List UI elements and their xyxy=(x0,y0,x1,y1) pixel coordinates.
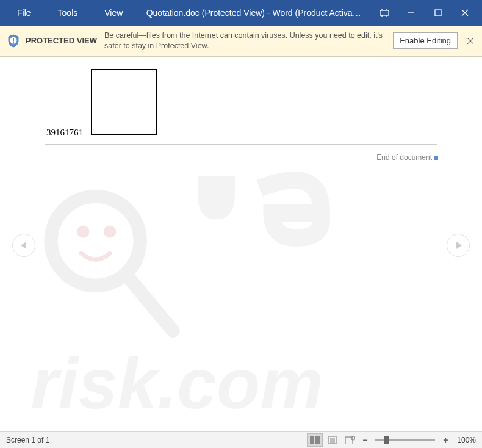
svg-point-16 xyxy=(77,225,89,237)
fullscreen-button[interactable] xyxy=(371,0,398,26)
window-title: Quotation.doc (Protected View) - Word (P… xyxy=(136,8,371,18)
svg-rect-10 xyxy=(13,38,14,41)
zoom-level[interactable]: 100% xyxy=(457,436,476,444)
image-placeholder[interactable] xyxy=(91,69,157,135)
web-layout-button[interactable] xyxy=(342,433,358,447)
screen-indicator[interactable]: Screen 1 of 1 xyxy=(6,436,307,444)
enable-editing-button[interactable]: Enable Editing xyxy=(393,32,458,49)
zoom-slider-thumb[interactable] xyxy=(384,436,389,444)
zoom-out-button[interactable]: − xyxy=(360,435,370,445)
banner-title: PROTECTED VIEW xyxy=(26,36,97,45)
next-page-button[interactable] xyxy=(447,234,470,257)
chevron-left-icon xyxy=(21,242,26,249)
print-layout-button[interactable] xyxy=(325,433,340,447)
banner-close-button[interactable] xyxy=(465,35,476,46)
title-bar: File Tools View Quotation.doc (Protected… xyxy=(0,0,482,26)
end-of-document-label: End of document xyxy=(376,153,432,162)
previous-page-button[interactable] xyxy=(12,234,35,257)
maximize-button[interactable] xyxy=(425,0,451,26)
zoom-slider[interactable] xyxy=(375,439,435,441)
svg-text:risk.com: risk.com xyxy=(31,343,323,423)
svg-line-15 xyxy=(126,275,173,330)
svg-rect-19 xyxy=(310,436,314,444)
svg-rect-20 xyxy=(315,436,320,444)
document-text: 39161761 xyxy=(46,128,83,138)
divider-line xyxy=(45,144,437,145)
svg-rect-0 xyxy=(380,10,389,15)
banner-message: Be careful—files from the Internet can c… xyxy=(102,31,388,51)
svg-point-26 xyxy=(351,436,355,440)
svg-rect-11 xyxy=(13,42,14,43)
watermark-image: risk.com xyxy=(24,161,458,432)
document-page: 39161761 End of document xyxy=(0,57,482,69)
chevron-right-icon xyxy=(456,242,462,249)
end-marker-icon xyxy=(434,156,438,160)
zoom-in-button[interactable]: + xyxy=(441,435,450,445)
status-bar: Screen 1 of 1 − + 100% xyxy=(0,431,482,448)
svg-point-17 xyxy=(104,225,116,237)
menu-view[interactable]: View xyxy=(91,0,136,26)
document-area: 39161761 End of document risk.com xyxy=(0,57,482,432)
shield-icon xyxy=(6,34,21,48)
protected-view-banner: PROTECTED VIEW Be careful—files from the… xyxy=(0,26,482,57)
read-mode-button[interactable] xyxy=(307,433,323,447)
minimize-button[interactable] xyxy=(398,0,425,26)
close-button[interactable] xyxy=(451,0,478,26)
svg-point-14 xyxy=(51,197,140,286)
svg-rect-6 xyxy=(435,10,441,16)
menu-file[interactable]: File xyxy=(4,0,45,26)
menu-tools[interactable]: Tools xyxy=(45,0,92,26)
